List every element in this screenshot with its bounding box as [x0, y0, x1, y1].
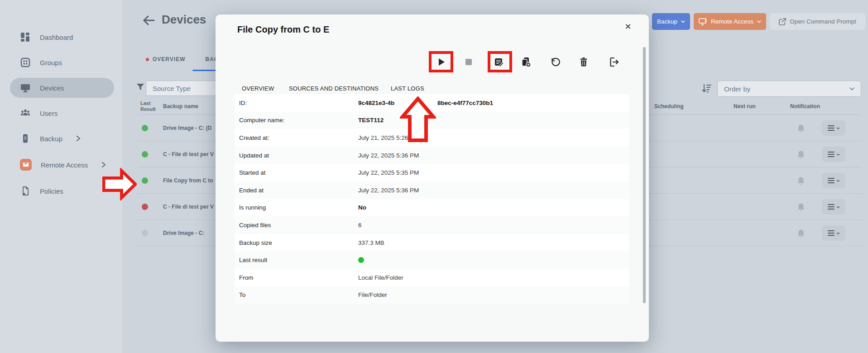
app-window: Dashboard Groups Devices Users Backup [0, 0, 868, 353]
detail-row-copied-files: Copied files 6 [235, 216, 629, 234]
modal-scrollbar[interactable] [643, 47, 646, 303]
col-backup-name: Backup name [163, 103, 198, 110]
sort-descending-icon[interactable] [702, 83, 712, 93]
close-icon[interactable]: ✕ [622, 21, 634, 33]
sidebar-item-label: Policies [40, 187, 63, 195]
row-menu-button[interactable] [822, 199, 845, 215]
backup-name: C - File di test per V [163, 151, 214, 157]
row-menu-button[interactable] [822, 147, 845, 162]
bell-icon[interactable] [797, 124, 805, 133]
sidebar-item-label: Dashboard [40, 33, 73, 41]
remote-monitor-icon [699, 18, 707, 25]
detail-value: 337.3 MB [358, 239, 384, 246]
order-by-value: Order by [724, 85, 750, 93]
detail-row-created-at: Created at: July 21, 2025 5:26 PM [235, 129, 629, 147]
dashboard-icon [20, 32, 31, 43]
detail-value: July 22, 2025 5:36 PM [358, 152, 419, 159]
status-dot [142, 125, 148, 131]
open-command-prompt-button[interactable]: Open Command Prompt [770, 13, 865, 30]
backup-name: C - File di test per V [163, 204, 214, 210]
sidebar-item-devices[interactable]: Devices [10, 78, 114, 98]
chevron-right-icon [101, 162, 106, 167]
sidebar-item-policies[interactable]: Policies [10, 181, 114, 201]
bell-icon[interactable] [797, 229, 805, 238]
col-scheduling: Scheduling [654, 103, 684, 110]
remote-access-button[interactable]: Remote Access [694, 13, 766, 30]
detail-label: ID: [239, 100, 247, 106]
detail-row-updated-at: Updated at July 22, 2025 5:36 PM [235, 147, 629, 164]
remote-access-icon [20, 159, 32, 171]
sidebar-item-backup[interactable]: Backup [10, 129, 114, 148]
backup-name: File Copy from C to [163, 177, 213, 184]
detail-value: July 22, 2025 5:35 PM [358, 169, 419, 176]
detail-value: July 21, 2025 5:26 PM [358, 134, 419, 141]
detail-row-computer-name: Computer name: TEST112 [235, 112, 629, 129]
detail-label: Copied files [239, 222, 271, 229]
sidebar: Dashboard Groups Devices Users Backup [0, 0, 122, 353]
modal-tab-last-logs[interactable]: LAST LOGS [391, 85, 424, 92]
backup-button[interactable]: Backup [652, 13, 690, 30]
detail-label: Last result [239, 257, 267, 263]
detail-label: Ended at [239, 187, 264, 194]
sidebar-item-remote-access[interactable]: Remote Access [10, 155, 114, 175]
backup-button-label: Backup [657, 18, 677, 25]
order-by-select[interactable]: Order by [717, 81, 861, 97]
chevron-down-icon [757, 20, 761, 23]
detail-value: No [358, 204, 366, 211]
detail-value: 6 [358, 222, 362, 229]
status-dot [142, 151, 148, 157]
bell-icon[interactable] [797, 203, 805, 212]
policies-icon [20, 186, 31, 196]
delete-icon[interactable] [578, 57, 589, 67]
sidebar-item-users[interactable]: Users [10, 103, 114, 123]
detail-row-from: From Local File/Folder [235, 269, 629, 286]
back-arrow-icon[interactable] [142, 14, 155, 27]
bell-icon[interactable] [797, 176, 805, 186]
col-last-result: Last Result [140, 100, 161, 112]
edit-note-icon[interactable] [494, 57, 504, 67]
backup-name: Drive Image - C: (D [163, 125, 211, 131]
backup-detail-modal: File Copy from C to E ✕ OVERVIEW [216, 14, 649, 342]
clone-add-icon[interactable] [521, 57, 532, 67]
sidebar-item-groups[interactable]: Groups [10, 52, 114, 72]
detail-value: TEST112 [358, 117, 384, 124]
detail-rows: ID: 9c4821e3-4b 8bec-e4f77cc730b1 Comput… [235, 94, 629, 304]
status-dot [142, 204, 148, 210]
detail-label: Created at: [239, 134, 269, 141]
restore-icon[interactable] [550, 57, 561, 67]
row-menu-button[interactable] [822, 173, 845, 188]
last-result-status-dot [358, 257, 364, 263]
open-command-prompt-label: Open Command Prompt [790, 18, 856, 25]
detail-row-to: To File/Folder [235, 286, 629, 304]
detail-value-continued: 8bec-e4f77cc730b1 [437, 100, 493, 106]
groups-icon [20, 57, 31, 68]
bell-icon[interactable] [797, 150, 805, 159]
sidebar-item-dashboard[interactable]: Dashboard [10, 27, 114, 47]
status-dot [142, 177, 148, 184]
detail-label: Updated at [239, 152, 269, 159]
sidebar-item-label: Users [40, 110, 58, 117]
modal-tab-sources-destinations[interactable]: SOURCES AND DESTINATIONS [289, 85, 379, 92]
detail-label: To [239, 291, 245, 298]
tab-overview-label: OVERVIEW [153, 56, 185, 62]
users-icon [20, 108, 31, 119]
run-icon[interactable] [436, 57, 446, 67]
chevron-down-icon [849, 87, 854, 91]
external-link-icon [779, 18, 786, 25]
detail-label: Backup size [239, 239, 272, 246]
detail-value: 9c4821e3-4b [358, 100, 394, 106]
chevron-right-icon [76, 136, 81, 141]
row-menu-button[interactable] [822, 120, 845, 136]
modal-tab-overview[interactable]: OVERVIEW [242, 85, 274, 92]
col-notification: Notification [790, 103, 820, 110]
tab-overview[interactable]: OVERVIEW [146, 56, 185, 62]
chevron-down-icon [681, 20, 685, 23]
status-dot [142, 230, 148, 236]
detail-value: File/Folder [358, 291, 387, 298]
detail-label: Is running [239, 204, 266, 211]
backup-icon [20, 133, 31, 144]
export-icon[interactable] [609, 57, 619, 67]
row-menu-button[interactable] [822, 225, 845, 241]
modal-title: File Copy from C to E [237, 24, 329, 35]
detail-row-id: ID: 9c4821e3-4b 8bec-e4f77cc730b1 [235, 94, 629, 112]
